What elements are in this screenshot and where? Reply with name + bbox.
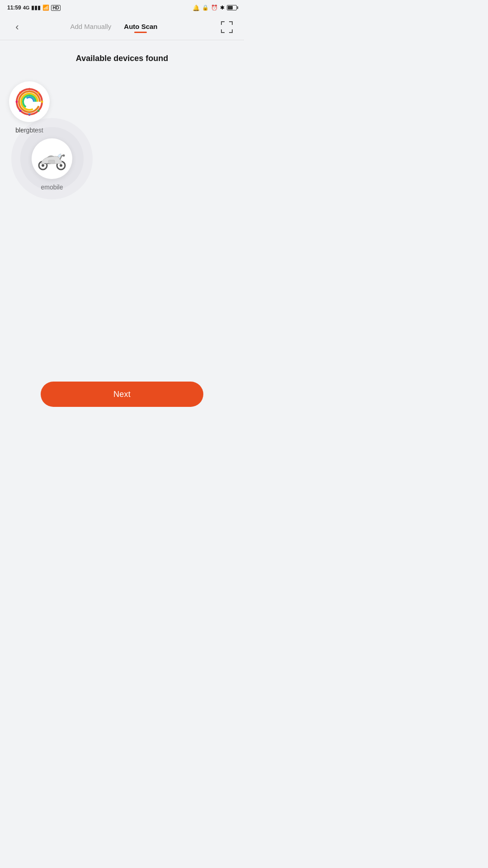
device-icon-blergbtest [9,81,50,122]
svg-point-19 [63,155,65,157]
svg-point-12 [19,110,22,112]
main-content: Available devices found [0,40,244,191]
status-right: 🔔 🔒 ⏰ ✱ [192,5,237,11]
device-glow-emobile [32,138,72,179]
svg-point-7 [28,88,31,90]
svg-point-16 [42,164,44,167]
device-icon-emobile [32,138,72,179]
time: 11:59 [7,5,21,11]
svg-point-13 [16,101,18,103]
page-title: Available devices found [76,54,168,63]
svg-point-10 [38,110,40,112]
vibrate-icon: 🔔 [192,5,200,11]
svg-point-9 [41,101,43,103]
nav-header: ‹ Add Manually Auto Scan [0,14,244,40]
scan-frame-button[interactable] [219,19,235,35]
svg-rect-20 [48,160,55,164]
status-bar: 11:59 4G ▮▮▮ 📶 HD 🔔 🔒 ⏰ ✱ [0,0,244,14]
battery-icon [227,5,237,10]
signal-icon: 4G [23,5,30,10]
next-button[interactable]: Next [41,382,203,407]
device-item-emobile[interactable]: emobile [32,138,72,191]
status-left: 11:59 4G ▮▮▮ 📶 HD [7,5,61,11]
rainbow-spiral-icon [15,88,43,116]
alarm-icon: ⏰ [211,5,218,11]
svg-point-8 [38,92,40,94]
svg-point-18 [60,164,62,167]
devices-container: blergbtest [9,81,235,191]
nav-tabs: Add Manually Auto Scan [9,23,219,32]
bars-icon: ▮▮▮ [31,5,41,11]
scooter-icon [38,146,66,171]
tab-add-manually[interactable]: Add Manually [70,23,111,32]
scan-frame-icon [221,21,233,33]
bluetooth-icon: ✱ [220,5,225,11]
wifi-icon: 📶 [42,5,49,11]
lock-icon: 🔒 [202,5,209,11]
tab-auto-scan[interactable]: Auto Scan [124,23,157,32]
hd-icon: HD [51,5,60,11]
svg-point-6 [28,100,31,103]
next-button-wrap: Next [41,382,203,407]
svg-point-14 [19,92,22,94]
